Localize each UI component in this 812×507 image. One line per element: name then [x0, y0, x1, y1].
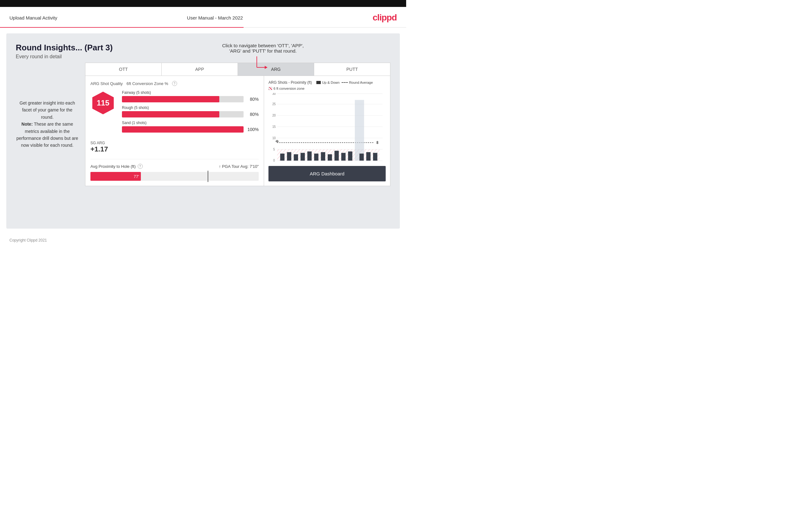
- tabs: OTT APP ARG PUTT: [85, 63, 391, 76]
- top-bar: [0, 0, 406, 7]
- svg-rect-35: [359, 154, 364, 161]
- proximity-section: Avg Proximity to Hole (ft) ? ↑ PGA Tour …: [91, 159, 259, 181]
- svg-rect-32: [334, 151, 339, 161]
- svg-rect-28: [307, 152, 312, 161]
- chart-svg: 0 5 10 15 20 25 30: [268, 93, 386, 163]
- svg-rect-29: [314, 154, 318, 161]
- shot-quality-label: ARG Shot Quality: [91, 81, 123, 86]
- header: Upload Manual Activity User Manual - Mar…: [0, 7, 406, 27]
- svg-rect-25: [287, 152, 292, 161]
- svg-rect-27: [301, 153, 305, 161]
- note-label: Note:: [21, 122, 33, 127]
- bar-fill-rough: [122, 111, 219, 117]
- tab-ott[interactable]: OTT: [85, 63, 162, 75]
- svg-text:0: 0: [273, 158, 275, 163]
- legend-up-down: Up & Down: [316, 80, 340, 84]
- svg-rect-37: [373, 153, 377, 161]
- conversion-label: 6ft Conversion Zone %: [127, 81, 168, 86]
- tab-arg[interactable]: ARG: [238, 63, 314, 75]
- legend-conversion: 6 ft conversion zone: [268, 87, 304, 91]
- svg-rect-30: [321, 152, 325, 161]
- proximity-label: Avg Proximity to Hole (ft): [91, 164, 136, 169]
- svg-rect-23: [355, 100, 364, 161]
- svg-text:20: 20: [272, 113, 276, 117]
- legend-box-conversion: [268, 87, 272, 90]
- chart-title: ARG Shots - Proximity (ft): [268, 80, 312, 85]
- proximity-bar-fill: 77': [91, 172, 141, 181]
- left-panel: ARG Shot Quality 6ft Conversion Zone % ?…: [85, 76, 264, 186]
- svg-rect-24: [280, 154, 285, 161]
- bar-row-rough: Rough (5 shots) 80%: [122, 106, 259, 117]
- svg-text:30: 30: [272, 93, 276, 96]
- proximity-cursor: [208, 171, 208, 182]
- svg-text:15: 15: [272, 124, 276, 128]
- sg-section: SG ARG +1.17: [91, 141, 259, 153]
- upload-manual-label: Upload Manual Activity: [9, 15, 57, 20]
- left-description: Get greater insight into each facet of y…: [16, 100, 79, 149]
- sg-label: SG ARG: [91, 141, 259, 145]
- hexagon-value: 115: [97, 99, 109, 107]
- page-title: Round Insights... (Part 3) Every round i…: [16, 43, 391, 59]
- pga-avg-label: ↑ PGA Tour Avg: 7'10": [219, 164, 259, 169]
- chart-area: 0 5 10 15 20 25 30: [268, 93, 386, 163]
- tab-app[interactable]: APP: [162, 63, 238, 75]
- proximity-bar-track: 77': [91, 172, 259, 181]
- help-icon[interactable]: ?: [172, 81, 177, 86]
- main-content: Round Insights... (Part 3) Every round i…: [6, 34, 400, 229]
- logo: clippd: [373, 13, 397, 23]
- hexagon-badge: 115: [91, 91, 116, 116]
- bar-row-sand: Sand (1 shots) 100%: [122, 121, 259, 132]
- shot-bars: Fairway (5 shots) 80% Rough (5 shots): [122, 91, 259, 136]
- svg-text:5: 5: [273, 147, 275, 151]
- svg-rect-33: [341, 153, 346, 161]
- panel-header: ARG Shot Quality 6ft Conversion Zone % ?: [91, 81, 259, 86]
- legend-box-up-down: [316, 81, 321, 84]
- arg-dashboard-button[interactable]: ARG Dashboard: [268, 166, 386, 181]
- right-panel: ARG Shots - Proximity (ft) Up & Down Rou…: [264, 76, 390, 186]
- bar-fill-sand: [122, 126, 244, 132]
- legend-round-avg: Round Average: [342, 80, 373, 84]
- card-body: ARG Shot Quality 6ft Conversion Zone % ?…: [85, 76, 391, 186]
- svg-text:8: 8: [376, 141, 379, 145]
- tab-putt[interactable]: PUTT: [314, 63, 390, 75]
- hexagon-wrapper: 115 Fairway (5 shots) 80%: [91, 91, 259, 136]
- svg-rect-31: [328, 154, 332, 161]
- svg-text:25: 25: [272, 102, 276, 106]
- card-wrapper: OTT APP ARG PUTT ARG Shot Quality 6ft Co…: [85, 63, 391, 186]
- svg-rect-34: [348, 152, 353, 161]
- sg-value: +1.17: [91, 145, 259, 153]
- bar-fill-fairway: [122, 96, 219, 102]
- legend-dashed-line: [342, 82, 348, 83]
- svg-marker-20: [275, 140, 279, 143]
- proximity-help-icon[interactable]: ?: [138, 164, 143, 169]
- bar-row-fairway: Fairway (5 shots) 80%: [122, 91, 259, 102]
- svg-rect-26: [294, 154, 298, 161]
- proximity-value: 77': [134, 174, 139, 179]
- svg-rect-36: [366, 152, 370, 161]
- svg-text:10: 10: [272, 136, 276, 140]
- user-manual-label: User Manual - March 2022: [187, 15, 243, 20]
- copyright: Copyright Clippd 2021: [9, 238, 47, 242]
- header-divider: [0, 27, 406, 28]
- footer: Copyright Clippd 2021: [0, 234, 406, 246]
- chart-header: ARG Shots - Proximity (ft) Up & Down Rou…: [268, 80, 386, 91]
